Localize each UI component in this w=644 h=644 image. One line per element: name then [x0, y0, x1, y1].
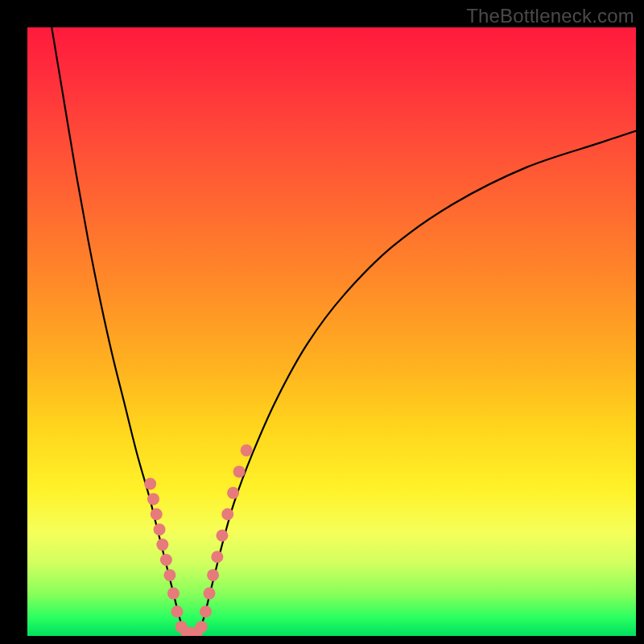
highlight-dot	[216, 530, 228, 542]
watermark-text: TheBottleneck.com	[466, 5, 634, 27]
highlight-dot	[154, 523, 166, 535]
chart-svg	[27, 27, 636, 636]
highlight-dot	[156, 539, 168, 551]
highlight-dot	[200, 605, 212, 617]
highlight-dot	[151, 508, 163, 520]
highlight-dot	[241, 444, 253, 456]
line-right-branch	[198, 131, 636, 636]
chart-frame: TheBottleneck.com	[0, 0, 644, 644]
highlight-dot	[167, 588, 180, 600]
highlight-dots-group	[144, 444, 252, 636]
highlight-dot	[196, 621, 208, 633]
highlight-dot	[207, 569, 219, 581]
highlight-dot	[160, 554, 172, 566]
highlight-dot	[221, 508, 233, 520]
highlight-dot	[204, 588, 216, 600]
highlight-dot	[233, 465, 246, 477]
highlight-dot	[171, 605, 183, 617]
curve-right-branch	[198, 131, 636, 636]
highlight-dot	[147, 493, 159, 505]
highlight-dot	[227, 487, 239, 499]
highlight-dot	[163, 569, 175, 581]
highlight-dot	[211, 551, 223, 563]
highlight-dot	[144, 478, 156, 490]
plot-area	[27, 27, 636, 636]
